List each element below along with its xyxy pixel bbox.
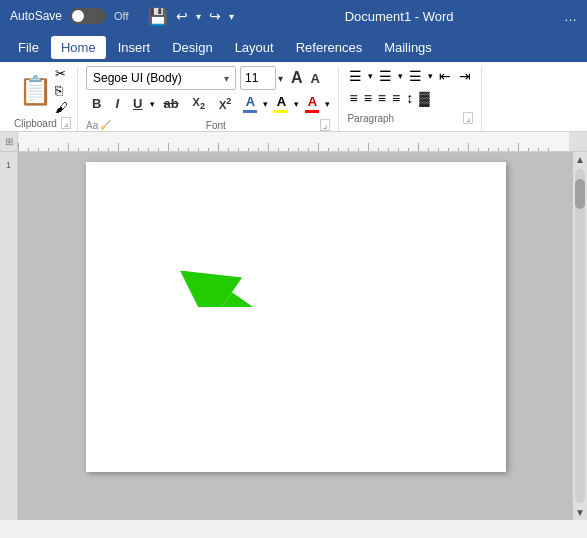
font-shrink[interactable]: A — [309, 71, 322, 86]
document-area[interactable] — [18, 152, 573, 520]
italic-button[interactable]: I — [109, 93, 125, 114]
bullets-dropdown[interactable]: ▾ — [368, 71, 373, 81]
menu-file[interactable]: File — [8, 36, 49, 59]
autosave-label: AutoSave — [10, 9, 62, 23]
copy-icon[interactable]: ⎘ — [55, 83, 68, 98]
save-icon[interactable]: 💾 — [148, 7, 168, 26]
clear-format-btn[interactable]: 🧹 — [100, 120, 111, 130]
clipboard-icons: 📋 ✂ ⎘ 🖌 — [18, 66, 68, 115]
left-margin-bar: 1 — [0, 152, 18, 520]
aa-case-btn[interactable]: Aa — [86, 120, 98, 131]
document-title: Document1 - Word — [345, 9, 454, 24]
menu-layout[interactable]: Layout — [225, 36, 284, 59]
scroll-thumb[interactable] — [575, 179, 585, 209]
highlight-color-button[interactable]: A — [270, 92, 292, 115]
menu-bar: File Home Insert Design Layout Reference… — [0, 32, 587, 62]
font-expand[interactable]: ⌟ — [320, 119, 330, 131]
line-spacing-button[interactable]: ↕ — [404, 88, 415, 108]
underline-dropdown[interactable]: ▾ — [150, 99, 155, 109]
page-number-indicator: 1 — [6, 160, 11, 170]
document-page[interactable] — [86, 162, 506, 472]
shading-button[interactable]: ▓ — [417, 88, 431, 108]
undo-dropdown-icon[interactable]: ▾ — [196, 11, 201, 22]
highlight-dropdown[interactable]: ▾ — [263, 99, 268, 109]
scroll-up-arrow[interactable]: ▲ — [575, 152, 585, 167]
justify-button[interactable]: ≡ — [390, 88, 402, 108]
autosave-toggle[interactable] — [70, 8, 106, 24]
underline-button[interactable]: U — [127, 93, 148, 114]
undo-icon[interactable]: ↩ — [176, 8, 188, 24]
bullets-button[interactable]: ☰ — [347, 66, 364, 86]
font-color-button[interactable]: A — [301, 92, 323, 115]
paragraph-label: Paragraph — [347, 113, 394, 124]
clipboard-section: 📋 ✂ ⎘ 🖌 Clipboard ⌟ — [8, 66, 78, 131]
decrease-indent-button[interactable]: ⇤ — [437, 66, 453, 86]
increase-indent-button[interactable]: ⇥ — [457, 66, 473, 86]
clipboard-label: Clipboard — [14, 118, 57, 129]
menu-mailings[interactable]: Mailings — [374, 36, 442, 59]
font-grow[interactable]: A — [289, 69, 305, 87]
font-color-dropdown[interactable]: ▾ — [325, 99, 330, 109]
font-size-box[interactable]: 11 — [240, 66, 276, 90]
menu-references[interactable]: References — [286, 36, 372, 59]
font-size-up[interactable]: ▾ — [276, 73, 285, 84]
align-center-button[interactable]: ≡ — [362, 88, 374, 108]
align-left-button[interactable]: ≡ — [347, 88, 359, 108]
redo-icon[interactable]: ↪ — [209, 8, 221, 24]
paste-icon[interactable]: 📋 — [18, 74, 53, 107]
text-highlight-button[interactable]: A — [239, 92, 261, 115]
bold-button[interactable]: B — [86, 93, 107, 114]
content-area: 1 ▲ ▼ — [0, 152, 587, 520]
scroll-down-arrow[interactable]: ▼ — [575, 505, 585, 520]
format-painter-icon[interactable]: 🖌 — [55, 100, 68, 115]
highlight-color-dropdown[interactable]: ▾ — [294, 99, 299, 109]
font-name-selector[interactable]: Segoe UI (Body) ▾ — [86, 66, 236, 90]
cut-icon[interactable]: ✂ — [55, 66, 68, 81]
font-section: Segoe UI (Body) ▾ 11 ▾ A A — [78, 66, 339, 131]
font-label: Font — [206, 120, 226, 131]
quick-access-dropdown[interactable]: ▾ — [229, 11, 234, 22]
menu-insert[interactable]: Insert — [108, 36, 161, 59]
ruler-corner: ⊞ — [0, 132, 18, 151]
scroll-track[interactable] — [575, 169, 585, 503]
numbering-button[interactable]: ☰ — [377, 66, 394, 86]
ruler-scroll-area — [569, 132, 587, 151]
align-right-button[interactable]: ≡ — [376, 88, 388, 108]
horizontal-ruler — [18, 132, 569, 151]
clipboard-expand[interactable]: ⌟ — [61, 117, 71, 129]
paragraph-expand[interactable]: ⌟ — [463, 112, 473, 124]
menu-home[interactable]: Home — [51, 36, 106, 59]
font-dropdown-arrow[interactable]: ▾ — [224, 73, 229, 84]
subscript-button[interactable]: X2 — [187, 93, 211, 114]
multilevel-dropdown[interactable]: ▾ — [428, 71, 433, 81]
multilevel-button[interactable]: ☰ — [407, 66, 424, 86]
numbering-dropdown[interactable]: ▾ — [398, 71, 403, 81]
ribbon: 📋 ✂ ⎘ 🖌 Clipboard ⌟ Segoe UI — [0, 62, 587, 132]
strikethrough-button[interactable]: ab — [157, 93, 184, 114]
menu-design[interactable]: Design — [162, 36, 222, 59]
toggle-off-text: Off — [114, 10, 128, 22]
superscript-button[interactable]: X2 — [213, 93, 237, 114]
ruler-area: ⊞ — [0, 132, 587, 152]
title-bar: AutoSave Off 💾 ↩ ▾ ↪ ▾ Document1 - Word … — [0, 0, 587, 32]
paragraph-section: ☰ ▾ ☰ ▾ ☰ ▾ ⇤ ⇥ ≡ ≡ ≡ ≡ ↕ ▓ — [339, 66, 482, 131]
app-name-partial: … — [564, 9, 577, 24]
vertical-scrollbar[interactable]: ▲ ▼ — [573, 152, 587, 520]
